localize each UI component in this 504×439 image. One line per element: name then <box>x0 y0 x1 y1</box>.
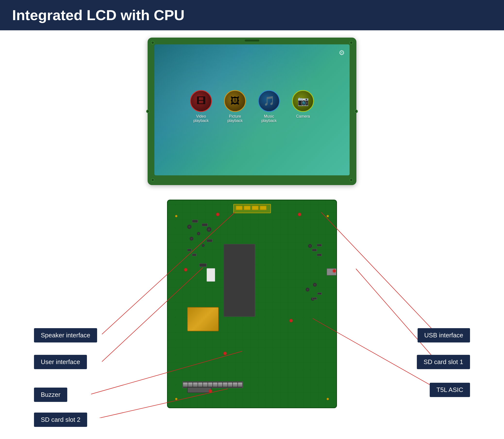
capacitor-2 <box>197 232 200 235</box>
r-resistor-1 <box>317 244 322 246</box>
pin-1 <box>183 382 188 387</box>
speaker-dot <box>216 213 219 216</box>
t5l-asic-label: T5L ASIC <box>430 383 470 397</box>
usb-highlight <box>233 204 271 213</box>
screw-bl <box>151 178 155 182</box>
picture-label: Pictureplayback <box>227 114 243 123</box>
screw-tl <box>151 41 155 44</box>
page-title: Integrated LCD with CPU <box>12 7 492 24</box>
resistor-6 <box>199 263 207 267</box>
svg-line-5 <box>356 269 437 362</box>
pcb-board-wrapper <box>167 200 337 408</box>
camera-label: Camera <box>296 114 310 119</box>
resistor-3 <box>207 239 212 242</box>
capacitor-5 <box>207 227 211 232</box>
app-picture[interactable]: 🖼 Pictureplayback <box>224 90 246 123</box>
sd-card-slot-2-label: SD card slot 2 <box>34 413 87 427</box>
pcb-board <box>167 200 337 408</box>
pin-10 <box>228 382 233 387</box>
screw-lm <box>146 110 150 113</box>
settings-icon[interactable]: ⚙ <box>339 49 345 57</box>
r-resistor-4 <box>317 293 322 295</box>
pin-12 <box>238 382 243 387</box>
sd-card-slot-1-label: SD card slot 1 <box>417 355 470 369</box>
pin-4 <box>198 382 203 387</box>
screw-br <box>349 178 353 182</box>
capacitor-1 <box>187 225 192 229</box>
camera-icon-circle: 📷 <box>292 90 314 112</box>
music-label: Musicplayback <box>261 114 276 123</box>
pin-9 <box>223 382 228 387</box>
r-resistor-5 <box>312 297 317 300</box>
video-icon-circle: 🎞 <box>190 90 212 112</box>
resistor-5 <box>192 254 196 256</box>
pin-8 <box>218 382 223 387</box>
white-connector <box>207 268 215 281</box>
via-3 <box>175 398 178 400</box>
screw-rm <box>354 110 358 113</box>
capacitor-4 <box>202 244 205 247</box>
app-camera[interactable]: 📷 Camera <box>292 90 314 119</box>
capacitor-3 <box>190 237 194 241</box>
usb-interface-dot <box>298 213 301 216</box>
r-cap-2 <box>313 283 317 287</box>
r-cap-1 <box>308 244 312 248</box>
sd-slot-1-dot <box>333 269 336 272</box>
via-2 <box>326 215 329 217</box>
resistor-2 <box>202 223 207 226</box>
via-4 <box>326 398 329 400</box>
pin-7 <box>213 382 218 387</box>
picture-icon: 🖼 <box>230 96 240 106</box>
r-cap-3 <box>306 288 310 292</box>
r-resistor-3 <box>317 254 322 256</box>
user-interface-dot <box>184 268 187 271</box>
screw-tr <box>349 41 353 44</box>
resistor-4 <box>187 249 192 251</box>
pin-5 <box>203 382 207 387</box>
sd-slot-2-dot <box>209 390 212 392</box>
app-music[interactable]: 🎵 Musicplayback <box>258 90 280 123</box>
pin-3 <box>193 382 198 387</box>
app-icons-container: 🎞 Videoplayback 🖼 Pictureplayback 🎵 <box>190 90 314 123</box>
video-label: Videoplayback <box>193 114 208 123</box>
sd-slot-bottom <box>187 387 211 393</box>
speaker-interface-label: Speaker interface <box>34 328 97 342</box>
r-resistor-2 <box>312 249 317 251</box>
pin-11 <box>233 382 237 387</box>
usb-interface-label: USB interface <box>418 328 470 342</box>
app-video[interactable]: 🎞 Videoplayback <box>190 90 212 123</box>
gold-chip <box>187 307 219 331</box>
lcd-screen: ⚙ 🎞 Videoplayback 🖼 Pictureplayback <box>155 44 349 175</box>
buzzer-label: Buzzer <box>34 388 67 402</box>
lcd-display-container: ⚙ 🎞 Videoplayback 🖼 Pictureplayback <box>148 37 356 185</box>
music-icon-circle: 🎵 <box>258 90 280 112</box>
t5l-asic-dot <box>290 319 293 322</box>
board-section: Speaker interface User interface Buzzer … <box>19 200 485 418</box>
pin-2 <box>188 382 193 387</box>
lcd-frame: ⚙ 🎞 Videoplayback 🖼 Pictureplayback <box>148 37 356 185</box>
picture-icon-circle: 🖼 <box>224 90 246 112</box>
camera-icon: 📷 <box>297 96 309 106</box>
sd-slot-right-1 <box>326 268 337 276</box>
main-content: ⚙ 🎞 Videoplayback 🖼 Pictureplayback <box>0 37 504 427</box>
page-header: Integrated LCD with CPU <box>0 0 504 30</box>
user-interface-label: User interface <box>34 355 87 369</box>
large-chip <box>224 244 255 317</box>
pin-6 <box>208 382 213 387</box>
svg-line-4 <box>321 212 437 334</box>
resistor-1 <box>192 220 198 223</box>
buzzer-dot <box>224 352 227 355</box>
via-1 <box>175 215 178 217</box>
video-icon: 🎞 <box>196 96 206 106</box>
music-icon: 🎵 <box>263 96 275 106</box>
